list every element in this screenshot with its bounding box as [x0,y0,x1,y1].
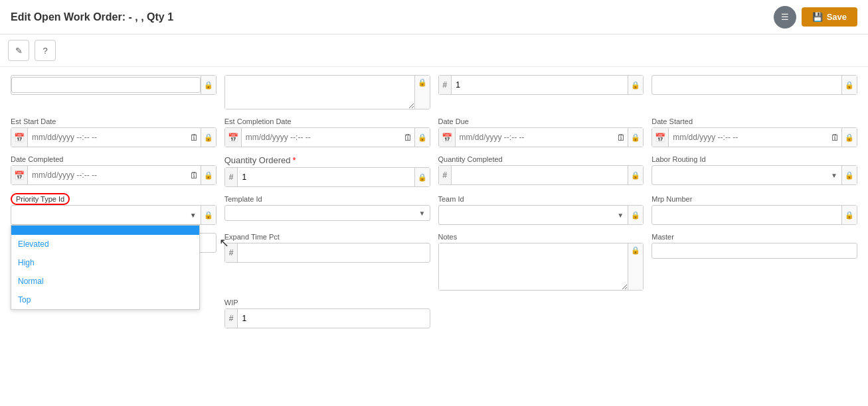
template-id-select[interactable] [225,206,415,220]
wip-input[interactable] [238,311,429,326]
mrp-number-label: Mrp Number [651,195,857,203]
mrp-number-input[interactable] [652,208,841,222]
priority-chevron-icon[interactable]: ▼ [186,212,201,219]
top-snippet-row: 🔒 🔒 # 🔒 🔒 [11,75,857,109]
team-id-lock-icon[interactable]: 🔒 [628,206,643,224]
priority-option-high[interactable]: High [11,253,199,272]
required-marker: * [293,155,296,165]
help-button[interactable]: ? [35,40,56,61]
expand-time-hash-icon: # [225,243,238,262]
date-due-label: Date Due [438,117,644,125]
team-id-chevron-icon[interactable]: ▼ [613,212,628,219]
field-master: Master [651,233,857,291]
save-button[interactable]: 💾 Save [802,7,857,27]
team-id-select[interactable] [439,208,614,222]
quantity-ordered-input[interactable] [238,170,414,184]
field-mrp-number: Mrp Number 🔒 [651,195,857,225]
row-priority: Priority Type Id ▼ 🔒 Elevated High Norma… [11,195,857,225]
top-textarea[interactable] [225,76,414,109]
priority-select-group: ▼ 🔒 [11,205,217,225]
top-textarea-lock-icon[interactable]: 🔒 [414,76,430,109]
priority-option-blank[interactable] [11,226,199,235]
top-text-lock-icon[interactable]: 🔒 [201,76,216,94]
date-completed-lock-icon[interactable]: 🔒 [201,166,216,184]
est-start-date-group: 📅 🗓 🔒 [11,127,217,147]
field-top-select: 🔒 [651,75,857,109]
qty-hash-lock-icon[interactable]: 🔒 [628,76,643,94]
priority-type-id-input[interactable] [11,208,186,222]
top-select-lock-icon[interactable]: 🔒 [841,76,857,94]
date-due-group: 📅 🗓 🔒 [438,127,644,147]
date-due-input[interactable] [456,130,616,145]
expand-time-pct-group: # [224,243,430,263]
labor-routing-lock-icon[interactable]: 🔒 [841,166,857,184]
est-start-cal-icon[interactable]: 📅 [11,128,28,147]
field-wip: WIP # [224,299,430,328]
field-est-completion-date: Est Completion Date 📅 🗓 🔒 [224,117,430,147]
date-completed-label: Date Completed [11,155,217,163]
list-button[interactable]: ☰ [774,6,796,29]
labor-routing-id-label: Labor Routing Id [651,155,857,163]
field-quantity-ordered: Quantity Ordered * # 🔒 [224,155,430,187]
date-completed-picker-icon[interactable]: 🗓 [188,170,201,180]
quantity-ordered-group: # 🔒 [224,167,430,187]
date-started-picker-icon[interactable]: 🗓 [829,133,841,143]
field-priority-type-id: Priority Type Id ▼ 🔒 Elevated High Norma… [11,195,217,225]
qty-hash-input[interactable] [452,78,628,92]
wip-label: WIP [224,299,430,306]
page-title: Edit Open Work Order: - , , Qty 1 [11,11,173,23]
est-start-date-picker-icon[interactable]: 🗓 [188,133,201,143]
top-text-input-group: 🔒 [11,75,217,95]
est-start-lock-icon[interactable]: 🔒 [201,128,216,147]
priority-option-elevated[interactable]: Elevated [11,235,199,253]
notes-lock-icon[interactable]: 🔒 [628,243,643,290]
quantity-ordered-lock-icon[interactable]: 🔒 [414,168,430,186]
labor-routing-id-select[interactable] [652,168,827,182]
wip-group: # [224,308,430,328]
date-due-lock-icon[interactable]: 🔒 [628,128,643,147]
date-started-input[interactable] [669,130,829,145]
template-id-chevron-icon[interactable]: ▼ [415,210,430,217]
est-completion-date-group: 📅 🗓 🔒 [224,127,430,147]
date-started-lock-icon[interactable]: 🔒 [841,128,857,147]
quantity-completed-input[interactable] [452,168,628,182]
row-dates-2: Date Completed 📅 🗓 🔒 Quantity Ordered * … [11,155,857,187]
est-completion-lock-icon[interactable]: 🔒 [414,128,430,147]
help-icon: ? [43,46,47,56]
notes-textarea[interactable] [439,243,628,290]
save-icon: 💾 [812,12,823,22]
priority-lock-icon[interactable]: 🔒 [201,206,216,224]
mrp-number-group: 🔒 [651,205,857,225]
labor-routing-chevron-icon[interactable]: ▼ [827,172,841,179]
expand-time-pct-label: Expand Time Pct [224,233,430,241]
page-header: Edit Open Work Order: - , , Qty 1 ☰ 💾 Sa… [0,0,868,34]
expand-time-pct-input[interactable] [238,245,429,260]
team-id-group: ▼ 🔒 [438,205,644,225]
priority-option-top[interactable]: Top [11,291,199,309]
master-input[interactable] [651,243,857,259]
labor-routing-id-group: ▼ 🔒 [651,165,857,185]
est-start-date-input[interactable] [28,130,188,145]
date-due-cal-icon[interactable]: 📅 [439,128,456,147]
notes-textarea-group: 🔒 [438,243,644,291]
date-started-cal-icon[interactable]: 📅 [652,128,669,147]
date-due-picker-icon[interactable]: 🗓 [615,133,628,143]
field-est-start-date: Est Start Date 📅 🗓 🔒 [11,117,217,147]
field-date-due: Date Due 📅 🗓 🔒 [438,117,644,147]
top-textarea-group: 🔒 [224,75,430,109]
priority-option-normal[interactable]: Normal [11,272,199,291]
toolbar: ✎ ? [0,34,868,67]
quantity-completed-group: # 🔒 [438,165,644,185]
top-text-input[interactable] [11,77,201,93]
top-select[interactable] [652,78,841,92]
date-completed-cal-icon[interactable]: 📅 [11,166,28,184]
mrp-number-lock-icon[interactable]: 🔒 [841,206,857,224]
est-completion-date-picker-icon[interactable]: 🗓 [402,133,414,143]
field-notes: Notes 🔒 [438,233,644,291]
quantity-completed-lock-icon[interactable]: 🔒 [628,166,643,184]
edit-button[interactable]: ✎ [8,40,29,61]
est-completion-cal-icon[interactable]: 📅 [225,128,242,147]
priority-type-id-circle-label: Priority Type Id [11,193,70,205]
est-completion-date-input[interactable] [242,130,402,145]
date-completed-input[interactable] [28,168,188,182]
